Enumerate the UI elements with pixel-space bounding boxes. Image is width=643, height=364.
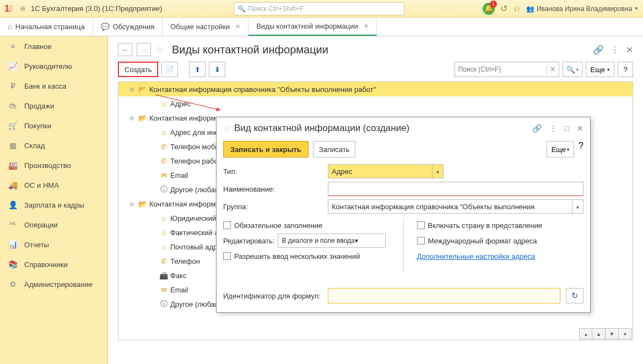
sidebar-item-reports[interactable]: 📊Отчеты: [0, 235, 107, 254]
checkbox-icon[interactable]: [417, 237, 425, 245]
app-title: 1С Бухгалтерия (3.0) (1С:Предприятие): [31, 4, 162, 13]
create-contact-type-dialog: ☆ Вид контактной информации (создание) 🔗…: [216, 117, 591, 313]
search-dropdown-button[interactable]: 🔍▾: [563, 62, 582, 77]
dialog-help-button[interactable]: ?: [579, 141, 583, 157]
collapse-icon[interactable]: ⊖: [129, 201, 136, 207]
create-button[interactable]: Создать: [118, 62, 158, 77]
sidebar-item-purchases[interactable]: 🛒Покупки: [0, 116, 107, 135]
multi-label: Разрешить ввод нескольких значений: [234, 252, 360, 260]
scroll-up-button[interactable]: ▲: [592, 328, 606, 339]
page-header: ← → ☆ Виды контактной информации 🔗 ⋮ ✕: [118, 43, 633, 56]
home-icon: ⌂: [8, 23, 12, 31]
truck-icon: 🚚: [8, 181, 18, 189]
help-button[interactable]: ?: [618, 62, 633, 77]
back-button[interactable]: ←: [118, 43, 132, 56]
search-top[interactable]: 🔍 Поиск Ctrl+Shift+F: [234, 2, 404, 15]
ruble-icon: ₽: [8, 82, 18, 90]
more-button[interactable]: Еще▾: [586, 62, 614, 77]
group-select[interactable]: Контактная информация справочника "Объек…: [328, 199, 583, 214]
additional-address-settings-link[interactable]: Дополнительные настройки адреса: [417, 252, 536, 260]
kebab-icon[interactable]: ⋮: [610, 45, 619, 55]
close-icon[interactable]: ✕: [235, 23, 240, 30]
sidebar-item-bank[interactable]: ₽Банк и касса: [0, 76, 107, 96]
page-title: Виды контактной информации: [172, 44, 328, 56]
write-and-close-button[interactable]: Записать и закрыть: [223, 141, 309, 157]
chevron-down-icon[interactable]: ▾: [432, 165, 443, 179]
sidebar-item-manager[interactable]: 📈Руководителю: [0, 56, 107, 76]
search-box[interactable]: ×: [455, 62, 559, 77]
multi-checkbox-row[interactable]: Разрешить ввод нескольких значений: [223, 248, 390, 264]
favorite-star-icon[interactable]: ☆: [223, 123, 231, 134]
close-icon[interactable]: ✕: [577, 124, 583, 133]
fax-icon: 📠: [159, 271, 168, 280]
collapse-icon[interactable]: ⊖: [129, 115, 136, 121]
checkbox-icon[interactable]: [223, 221, 231, 229]
books-icon: 📚: [8, 260, 18, 269]
kebab-icon[interactable]: ⋮: [549, 124, 557, 133]
dialog-header: ☆ Вид контактной информации (создание) 🔗…: [217, 117, 590, 139]
gear-icon: ⚙: [8, 280, 18, 289]
scroll-bottom-button[interactable]: ▾: [619, 328, 632, 339]
sidebar-item-salary[interactable]: 👤Зарплата и кадры: [0, 195, 107, 215]
country-checkbox-row[interactable]: Включать страну в представление: [417, 218, 584, 233]
checkbox-icon[interactable]: [223, 252, 231, 260]
tab-general-settings[interactable]: Общие настройки ✕: [163, 18, 248, 36]
sidebar-item-label: ОС и НМА: [24, 181, 59, 189]
edit-mode-select[interactable]: В диалоге и поле ввода ▾: [278, 233, 386, 248]
sidebar-item-label: Администрирование: [24, 280, 93, 289]
sidebar-item-production[interactable]: 🏭Производство: [0, 155, 107, 175]
tab-contact-types[interactable]: Виды контактной информации ✕: [248, 18, 377, 36]
link-icon[interactable]: 🔗: [593, 45, 604, 55]
search-icon: 🔍: [237, 5, 246, 13]
star-icon[interactable]: ☆: [513, 3, 521, 14]
scroll-down-button[interactable]: ▼: [606, 328, 619, 339]
search-input[interactable]: [455, 62, 547, 77]
user-menu[interactable]: 👥 Иванова Ирина Владимировна ▼: [526, 5, 639, 13]
sidebar-item-operations[interactable]: ᴬᴷОперации: [0, 215, 107, 235]
history-icon[interactable]: ↺: [500, 3, 507, 14]
chevron-down-icon[interactable]: ▾: [355, 237, 358, 245]
country-label: Включать страну в представление: [428, 221, 543, 230]
link-icon[interactable]: 🔗: [532, 124, 542, 133]
id-generate-button[interactable]: ↻: [566, 288, 583, 303]
close-icon[interactable]: ✕: [364, 23, 369, 30]
id-input[interactable]: [328, 288, 560, 303]
name-input[interactable]: [328, 182, 583, 196]
move-down-button[interactable]: ⬇: [209, 62, 225, 77]
sidebar-item-warehouse[interactable]: ▦Склад: [0, 135, 107, 155]
forward-button[interactable]: →: [137, 43, 151, 56]
required-label: Обязательное заполнение: [234, 221, 322, 230]
sidebar-item-admin[interactable]: ⚙Администрирование: [0, 274, 107, 294]
type-label: Тип:: [223, 167, 322, 176]
chevron-down-icon[interactable]: ▾: [572, 200, 583, 214]
clear-search-icon[interactable]: ×: [547, 64, 559, 74]
favorite-star-icon[interactable]: ☆: [155, 44, 164, 56]
search-placeholder: Поиск Ctrl+Shift+F: [248, 5, 304, 13]
sidebar-item-label: Склад: [24, 142, 45, 150]
sidebar-item-label: Главное: [24, 42, 52, 51]
create-folder-button[interactable]: 📄: [161, 62, 178, 77]
move-up-button[interactable]: ⬆: [189, 62, 206, 77]
sidebar-item-assets[interactable]: 🚚ОС и НМА: [0, 175, 107, 195]
write-button[interactable]: Записать: [313, 141, 356, 157]
maximize-icon[interactable]: □: [565, 124, 569, 133]
menu-icon[interactable]: ≡: [20, 4, 25, 14]
sidebar-item-sales[interactable]: 🛍Продажи: [0, 96, 107, 116]
type-select[interactable]: Адрес ▾: [328, 164, 444, 178]
intl-label: Международный формат адреса: [428, 237, 537, 245]
tree-item[interactable]: ⌂Адрес: [118, 96, 633, 111]
checkbox-icon[interactable]: [417, 221, 425, 229]
sidebar-item-main[interactable]: ≡Главное: [0, 36, 107, 56]
intl-checkbox-row[interactable]: Международный формат адреса: [417, 233, 584, 248]
tab-discussions[interactable]: 💬 Обсуждения: [93, 18, 163, 36]
tree-folder[interactable]: ⊖📂Контактная информация справочника "Объ…: [118, 82, 633, 96]
sidebar-item-catalogs[interactable]: 📚Справочники: [0, 254, 107, 274]
close-icon[interactable]: ✕: [626, 45, 633, 55]
dialog-more-button[interactable]: Еще▾: [547, 141, 574, 157]
scroll-top-button[interactable]: ▴: [579, 328, 592, 339]
tree-label: Контактная информ: [149, 114, 215, 122]
collapse-icon[interactable]: ⊖: [129, 86, 136, 93]
notification-bell-icon[interactable]: 🔔1: [483, 3, 495, 15]
required-checkbox-row[interactable]: Обязательное заполнение: [223, 218, 390, 233]
tab-home[interactable]: ⌂ Начальная страница: [0, 18, 93, 36]
